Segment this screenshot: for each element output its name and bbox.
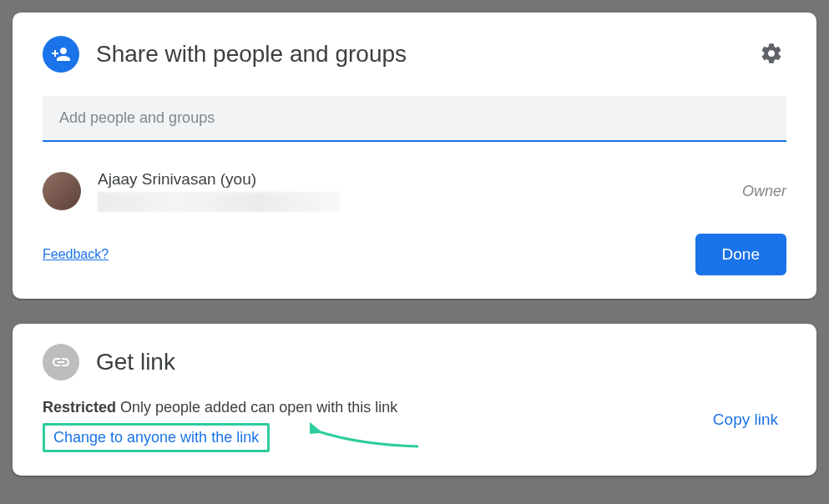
done-button[interactable]: Done [695, 234, 786, 275]
user-name: Ajaay Srinivasan (you) [98, 170, 725, 189]
restricted-label: Restricted [43, 399, 116, 416]
feedback-link[interactable]: Feedback? [43, 247, 109, 262]
add-people-input[interactable] [59, 109, 770, 127]
link-card: Get link Restricted Only people added ca… [13, 324, 816, 476]
link-icon [43, 344, 79, 381]
user-row: Ajaay Srinivasan (you) Owner [43, 162, 786, 219]
user-email-redacted [98, 192, 340, 212]
restricted-row: Restricted Only people added can open wi… [43, 399, 705, 416]
link-body: Restricted Only people added can open wi… [43, 399, 786, 452]
user-info: Ajaay Srinivasan (you) [98, 170, 725, 212]
change-access-button[interactable]: Change to anyone with the link [43, 423, 270, 452]
link-header: Get link [43, 344, 786, 381]
change-link-wrapper: Change to anyone with the link [43, 423, 270, 452]
share-footer: Feedback? Done [43, 234, 786, 275]
settings-button[interactable] [756, 38, 786, 71]
restricted-desc: Only people added can open with this lin… [116, 399, 397, 416]
user-role: Owner [742, 183, 786, 200]
share-header: Share with people and groups [43, 36, 786, 73]
gear-icon [760, 42, 783, 65]
add-people-input-wrapper[interactable] [43, 96, 786, 142]
copy-link-button[interactable]: Copy link [705, 406, 786, 434]
share-title: Share with people and groups [96, 41, 740, 68]
link-left: Restricted Only people added can open wi… [43, 399, 705, 452]
avatar [43, 172, 81, 210]
link-title: Get link [96, 349, 175, 375]
person-add-icon [43, 36, 79, 73]
share-card: Share with people and groups Ajaay Srini… [13, 13, 816, 299]
arrow-annotation-icon [310, 420, 427, 456]
